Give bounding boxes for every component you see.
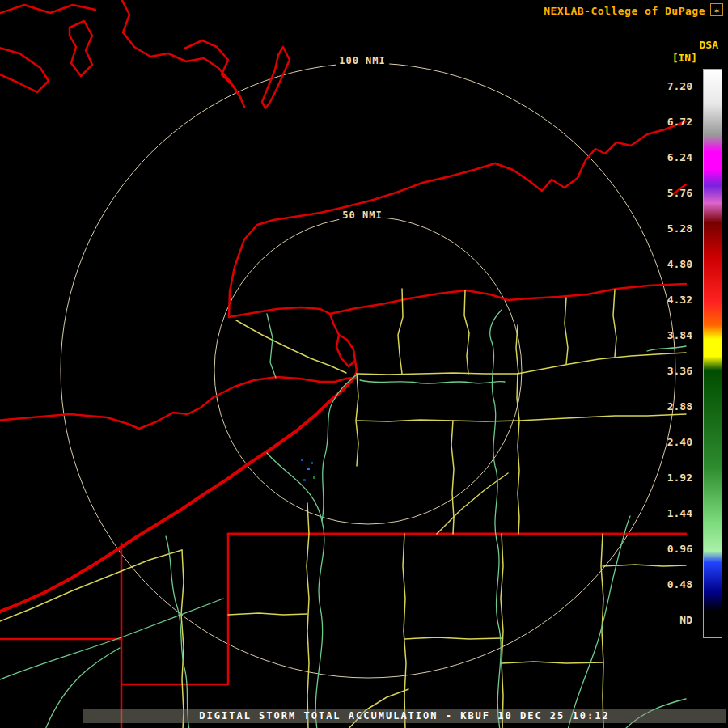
county-line bbox=[403, 534, 406, 728]
county-line bbox=[501, 534, 503, 728]
state-border-layer bbox=[0, 0, 686, 728]
radar-echo bbox=[303, 479, 306, 481]
legend-label: 1.92 bbox=[644, 460, 692, 496]
color-scale-bar bbox=[703, 69, 722, 638]
grand-island-outline bbox=[336, 335, 355, 366]
range-ring-50nmi bbox=[214, 217, 522, 524]
georgian-bay-shore bbox=[0, 47, 49, 92]
legend-label: 4.80 bbox=[644, 247, 692, 282]
radar-map bbox=[0, 0, 728, 728]
legend-label: 6.24 bbox=[644, 140, 692, 176]
river bbox=[322, 375, 357, 521]
river bbox=[490, 310, 502, 728]
lake-simcoe-outline bbox=[70, 21, 92, 76]
river bbox=[568, 516, 630, 728]
color-scale-labels: 7.206.726.245.765.284.804.323.843.362.88… bbox=[644, 69, 692, 638]
county-line bbox=[565, 298, 568, 364]
legend-label: 7.20 bbox=[644, 69, 692, 104]
cod-logo-icon: ✶ bbox=[710, 3, 723, 16]
kawartha-lakes bbox=[184, 40, 241, 99]
radar-echo bbox=[301, 459, 303, 461]
county-line bbox=[307, 503, 309, 728]
county-line bbox=[357, 373, 518, 375]
legend-label: 0.48 bbox=[644, 567, 692, 603]
county-line bbox=[356, 374, 358, 466]
range-ring-label-50nmi: 50 NMI bbox=[339, 210, 385, 221]
county-line bbox=[502, 662, 603, 663]
kawartha-shore bbox=[120, 0, 244, 107]
range-ring-label-100nmi: 100 NMI bbox=[336, 55, 389, 66]
shoreline-top-edge bbox=[0, 5, 95, 15]
legend-label: 4.32 bbox=[644, 282, 692, 318]
product-units: [IN] bbox=[672, 52, 697, 64]
radar-display: 100 NMI 50 NMI NEXLAB-College of DuPage … bbox=[0, 0, 728, 728]
river bbox=[360, 380, 505, 383]
highway bbox=[0, 550, 182, 623]
radar-echo bbox=[311, 462, 313, 464]
county-line bbox=[601, 534, 603, 728]
site-title: NEXLAB-College of DuPage bbox=[544, 5, 705, 17]
radar-echo bbox=[307, 468, 310, 470]
niagara-river-upper bbox=[330, 314, 339, 335]
river-layer bbox=[0, 310, 686, 728]
radar-echo-layer bbox=[301, 459, 315, 481]
county-line bbox=[228, 613, 307, 615]
highway bbox=[236, 320, 346, 373]
county-road-layer bbox=[0, 289, 686, 728]
legend-label: 6.72 bbox=[644, 104, 692, 140]
county-line bbox=[464, 290, 469, 374]
legend-label: 2.88 bbox=[644, 389, 692, 425]
legend-label: 2.40 bbox=[644, 425, 692, 460]
lake-erie-north-shore bbox=[0, 377, 354, 429]
legend-label: 5.76 bbox=[644, 176, 692, 211]
county-line bbox=[516, 325, 518, 374]
river bbox=[166, 536, 189, 728]
county-line bbox=[404, 637, 502, 639]
welland-canal bbox=[267, 314, 276, 378]
legend-label: 1.44 bbox=[644, 496, 692, 531]
range-rings bbox=[61, 63, 675, 678]
legend-label: 5.28 bbox=[644, 211, 692, 247]
radar-echo bbox=[313, 476, 315, 479]
legend-label: 0.96 bbox=[644, 531, 692, 567]
status-bar: DIGITAL STORM TOTAL ACCUMULATION - KBUF … bbox=[83, 709, 726, 723]
lake-ontario-south-shore-east bbox=[330, 284, 686, 314]
legend-label: 3.84 bbox=[644, 318, 692, 353]
county-line bbox=[613, 290, 616, 357]
legend-label: 3.36 bbox=[644, 353, 692, 389]
legend-label: ND bbox=[644, 603, 692, 638]
range-ring-100nmi bbox=[61, 63, 675, 678]
product-abbrev: DSA bbox=[700, 39, 718, 51]
lake-ontario-south-shore-west bbox=[229, 307, 330, 317]
river bbox=[267, 453, 324, 728]
